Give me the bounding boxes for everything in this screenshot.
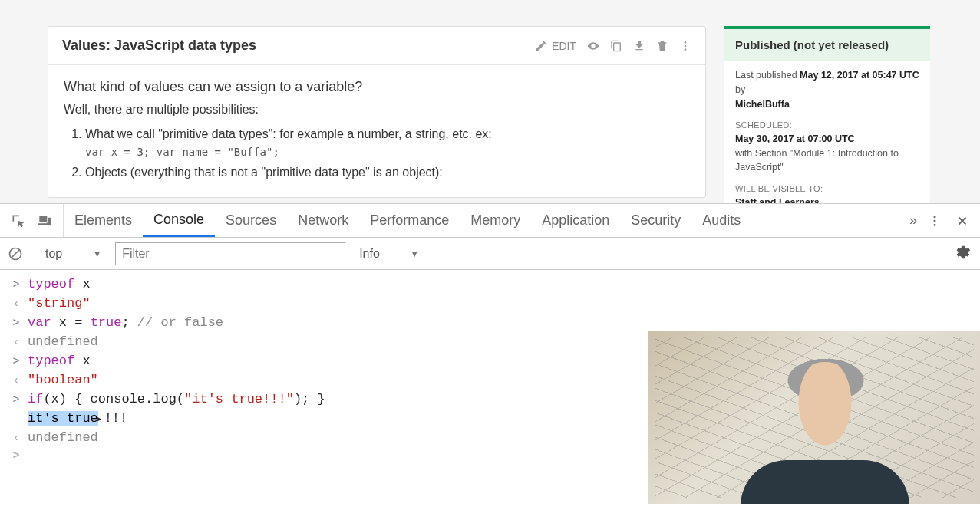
svg-point-5 xyxy=(934,223,936,225)
lesson-list: What we call "primitive data types": for… xyxy=(85,127,690,179)
more-vert-icon[interactable] xyxy=(928,214,942,228)
last-pub-date: May 12, 2017 at 05:47 UTC xyxy=(800,70,919,81)
tab-console[interactable]: Console xyxy=(143,204,215,237)
prompt-gutter-icon: > xyxy=(9,449,23,462)
list-item-text: What we call "primitive data types": for… xyxy=(85,127,492,140)
last-pub-prefix: Last published xyxy=(735,70,800,81)
svg-point-4 xyxy=(934,219,936,222)
list-item-code: var x = 3; var name = "Buffa"; xyxy=(85,146,690,158)
copy-icon[interactable] xyxy=(610,40,622,52)
tab-performance[interactable]: Performance xyxy=(359,204,460,237)
console-line-body: it's true▸!!! xyxy=(28,411,127,426)
input-gutter-icon: > xyxy=(9,278,23,291)
card-body: What kind of values can we assign to a v… xyxy=(48,65,705,196)
list-item: Objects (everything that is not a "primi… xyxy=(85,166,690,179)
presenter-shirt xyxy=(741,460,909,504)
webcam-overlay xyxy=(648,331,980,504)
visible-label: WILL BE VISIBLE TO: xyxy=(735,183,919,196)
level-selector[interactable]: Info ▼ xyxy=(353,244,425,264)
console-line-body: if(x) { console.log("it's true!!!"); } xyxy=(28,392,325,406)
input-gutter-icon: > xyxy=(9,355,23,368)
list-item-text: Objects (everything that is not a "primi… xyxy=(85,166,443,179)
trash-icon[interactable] xyxy=(656,40,668,52)
lesson-intro: Well, there are multiple possibilities: xyxy=(64,103,690,117)
input-gutter-icon: > xyxy=(9,317,23,330)
tab-sources[interactable]: Sources xyxy=(215,204,287,237)
devtools-tab-bar: ElementsConsoleSourcesNetworkPerformance… xyxy=(0,204,980,238)
last-pub-by: by xyxy=(735,84,745,95)
console-line: >var x = true; // or false xyxy=(0,313,980,332)
context-value: top xyxy=(45,247,62,261)
toolbar-divider xyxy=(31,244,31,264)
gear-icon xyxy=(954,244,971,261)
tab-security[interactable]: Security xyxy=(620,204,691,237)
result-gutter-icon: ‹ xyxy=(9,432,23,445)
context-selector[interactable]: top ▼ xyxy=(39,244,107,264)
filter-input[interactable] xyxy=(115,242,345,265)
tab-application[interactable]: Application xyxy=(531,204,620,237)
card-title: Values: JavaScript data types xyxy=(62,38,256,54)
tabs-overflow[interactable]: » xyxy=(899,204,928,237)
scheduled: SCHEDULED: May 30, 2017 at 07:00 UTC wit… xyxy=(735,119,919,175)
lesson-question: What kind of values can we assign to a v… xyxy=(64,79,690,95)
tab-elements[interactable]: Elements xyxy=(64,204,143,237)
level-value: Info xyxy=(359,247,380,261)
pencil-icon xyxy=(535,40,547,52)
devtools-trailing-icons xyxy=(928,214,980,228)
input-gutter-icon: > xyxy=(9,393,23,406)
console-line-body: undefined xyxy=(28,334,98,349)
device-toggle-icon[interactable] xyxy=(37,213,52,229)
clear-console-icon[interactable] xyxy=(8,246,23,262)
console-line: ‹"string" xyxy=(0,294,980,313)
last-pub-user: MichelBuffa xyxy=(735,99,790,110)
result-gutter-icon: ‹ xyxy=(9,298,23,311)
lesson-content-card: Values: JavaScript data types EDIT What … xyxy=(48,26,706,198)
console-settings[interactable] xyxy=(954,244,971,264)
console-line-body: undefined xyxy=(28,430,98,445)
devtools-leading-icons xyxy=(0,204,64,237)
console-line-body: typeof x xyxy=(28,277,91,291)
result-gutter-icon: ‹ xyxy=(9,336,23,349)
more-vert-icon[interactable] xyxy=(679,40,691,52)
move-icon[interactable] xyxy=(633,40,645,52)
scheduled-with: with Section "Module 1: Introduction to … xyxy=(735,148,899,173)
list-item: What we call "primitive data types": for… xyxy=(85,127,690,158)
console-toolbar: top ▼ Info ▼ xyxy=(0,238,980,270)
svg-point-2 xyxy=(685,48,687,51)
console-line-body: typeof x xyxy=(28,354,91,368)
console-line-body: var x = true; // or false xyxy=(28,315,223,330)
svg-point-3 xyxy=(934,216,936,218)
edit-label: EDIT xyxy=(552,40,576,52)
status-header: Published (not yet released) xyxy=(724,29,930,61)
card-header: Values: JavaScript data types EDIT xyxy=(48,27,705,65)
svg-point-0 xyxy=(685,41,687,44)
tab-memory[interactable]: Memory xyxy=(460,204,531,237)
chevron-down-icon: ▼ xyxy=(93,249,101,258)
edit-button[interactable]: EDIT xyxy=(535,40,576,52)
chevron-down-icon: ▼ xyxy=(411,249,419,258)
scheduled-label: SCHEDULED: xyxy=(735,119,919,132)
inspect-icon[interactable] xyxy=(11,213,26,229)
console-line-body: "boolean" xyxy=(28,373,98,387)
console-line: >typeof x xyxy=(0,275,980,294)
eye-icon[interactable] xyxy=(587,40,599,52)
scheduled-date: May 30, 2017 at 07:00 UTC xyxy=(735,133,855,144)
result-gutter-icon: ‹ xyxy=(9,374,23,387)
last-published: Last published May 12, 2017 at 05:47 UTC… xyxy=(735,68,919,111)
card-actions: EDIT xyxy=(535,40,691,52)
console-line-body: "string" xyxy=(28,296,91,311)
text-cursor-icon: ▸ xyxy=(97,413,103,425)
tab-audits[interactable]: Audits xyxy=(691,204,751,237)
svg-point-1 xyxy=(685,44,687,47)
close-icon[interactable] xyxy=(955,214,969,228)
tab-network[interactable]: Network xyxy=(287,204,359,237)
